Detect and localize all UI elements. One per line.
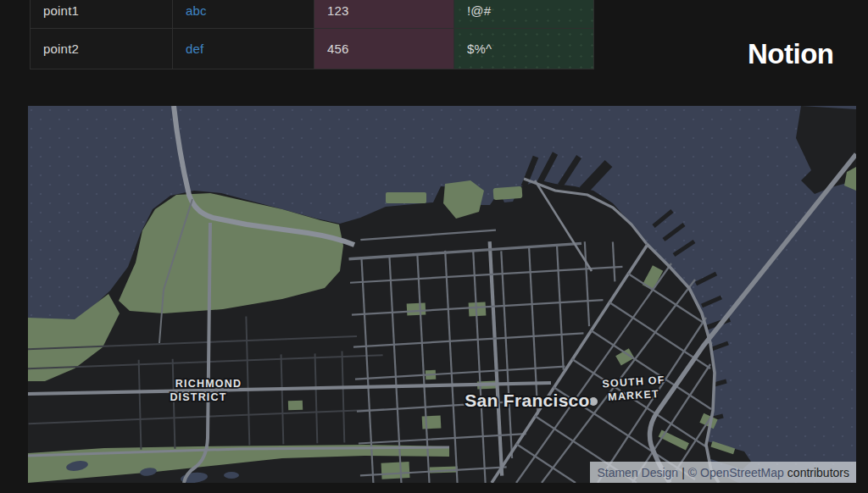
cell-link[interactable]: abc: [173, 0, 314, 28]
cell-point-name[interactable]: point2: [31, 29, 173, 69]
point-name-text: point1: [43, 3, 79, 18]
poi-marker: [589, 397, 598, 406]
link-text[interactable]: abc: [186, 3, 207, 18]
richmond-district-label: DISTRICT: [170, 391, 226, 403]
map-attribution: Stamen Design | © OpenStreetMap contribu…: [590, 462, 856, 483]
symbols-text: !@#: [467, 3, 491, 18]
attribution-contributors: contributors: [787, 466, 849, 479]
richmond-district-label: RICHMOND: [175, 378, 242, 390]
map-canvas[interactable]: RICHMOND DISTRICT San Francisco SOUTH OF…: [28, 106, 856, 483]
openstreetmap-link[interactable]: © OpenStreetMap: [688, 466, 784, 479]
stamen-design-link[interactable]: Stamen Design: [597, 466, 678, 479]
point-name-text: point2: [43, 42, 79, 56]
link-text[interactable]: def: [186, 42, 203, 56]
table-row: point2 def 456 $%^: [31, 29, 594, 69]
cell-number[interactable]: 456: [314, 29, 454, 69]
table-row: point1 abc 123 !@#: [31, 0, 594, 29]
cell-link[interactable]: def: [173, 29, 314, 69]
cell-symbols[interactable]: $%^: [454, 29, 594, 69]
number-text: 456: [327, 42, 349, 56]
number-text: 123: [327, 3, 349, 18]
map-svg: RICHMOND DISTRICT San Francisco SOUTH OF…: [28, 106, 856, 483]
marina-green: [386, 192, 426, 203]
symbols-text: $%^: [467, 42, 492, 56]
cell-symbols[interactable]: !@#: [454, 0, 594, 28]
island-landmass: [796, 106, 856, 194]
cell-point-name[interactable]: point1: [31, 0, 173, 28]
data-table: point1 abc 123 !@# point2 def 456 $%^: [30, 0, 594, 69]
san-francisco-label: San Francisco: [465, 391, 589, 410]
page: point1 abc 123 !@# point2 def 456 $%^ No…: [0, 0, 868, 493]
notion-logo: Notion: [748, 38, 833, 70]
aquatic-park-green: [493, 186, 523, 200]
cell-number[interactable]: 123: [314, 0, 454, 28]
attribution-separator: |: [682, 466, 685, 479]
